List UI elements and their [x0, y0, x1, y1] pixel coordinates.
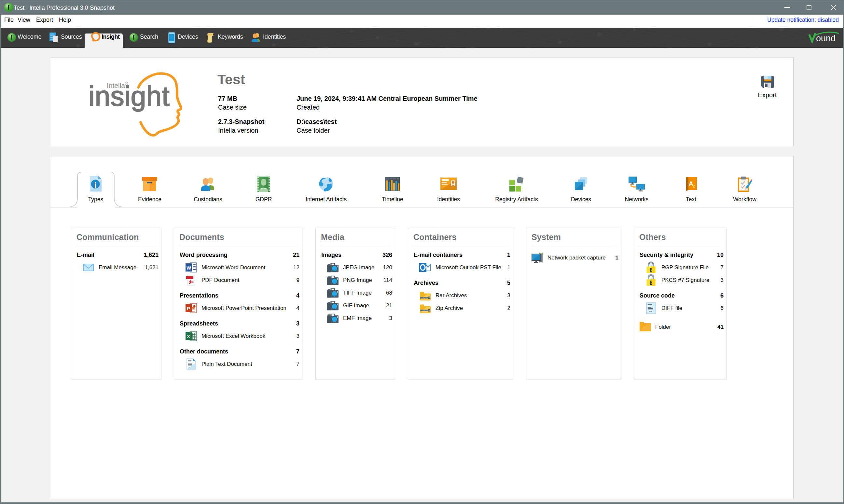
svg-text:z: z: [693, 183, 695, 188]
svg-text:W: W: [187, 265, 191, 271]
svg-text:P: P: [187, 306, 190, 311]
svg-text:X: X: [187, 334, 190, 339]
svg-text:ound: ound: [816, 34, 836, 43]
svg-text:insight: insight: [88, 80, 170, 111]
